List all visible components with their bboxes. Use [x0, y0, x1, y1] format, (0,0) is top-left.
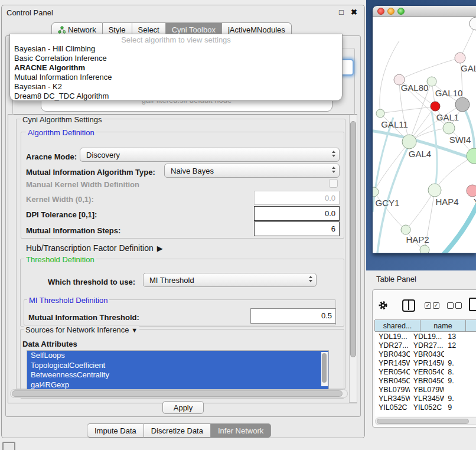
table-cell: YBL079W	[410, 385, 445, 394]
network-node[interactable]	[427, 77, 436, 86]
panel-title: Control Panel	[6, 8, 53, 17]
hub-section-label: Hub/Transcription Factor Definition	[26, 243, 154, 253]
table-panel-title: Table Panel	[376, 275, 416, 283]
network-node-label: GAL80	[401, 83, 429, 93]
data-attributes-list[interactable]: SelfLoopsTopologicalCoefficientBetweenne…	[27, 350, 329, 390]
mi-steps-input[interactable]: 6	[254, 221, 340, 236]
table-row[interactable]: YDR27...YDR27...12	[375, 341, 476, 350]
which-threshold-value: MI Threshold	[149, 276, 194, 285]
scrollbar-thumb[interactable]	[377, 419, 469, 424]
algorithm-dropdown-menu: Bayesian - Hill ClimbingBasic Correlatio…	[10, 44, 342, 101]
columns-icon[interactable]	[402, 299, 415, 312]
gear-icon[interactable]	[379, 301, 387, 310]
sources-group-title[interactable]: Sources for Network Inference ▼	[24, 325, 139, 334]
network-node[interactable]	[467, 148, 476, 164]
attr-items: SelfLoopsTopologicalCoefficientBetweenne…	[27, 351, 328, 390]
table-cell: 12	[444, 341, 476, 350]
data-attribute-item[interactable]: TopologicalCoefficient	[27, 361, 328, 371]
network-node[interactable]	[455, 53, 465, 63]
mi-steps-label: Mutual Information Steps:	[26, 226, 120, 235]
table-row[interactable]: YPR145WYPR145W9.	[375, 358, 476, 367]
table-row[interactable]: YLR345WYLR345W9.	[375, 394, 476, 403]
table-cell: YIL052C	[375, 403, 410, 412]
combo-arrows-icon	[332, 151, 335, 157]
network-node-label: GAL1	[436, 112, 459, 122]
table-row[interactable]: YIL052CYIL052C9	[375, 403, 476, 412]
algorithm-menu-item[interactable]: Dream8 DC_TDC Algorithm	[10, 92, 342, 101]
network-node[interactable]	[428, 184, 441, 197]
network-node[interactable]	[455, 97, 470, 112]
which-threshold-select[interactable]: MI Threshold	[143, 273, 317, 287]
network-node[interactable]	[470, 17, 476, 30]
data-attribute-item[interactable]: SelfLoops	[27, 351, 328, 361]
data-attributes-label: Data Attributes	[22, 340, 77, 348]
zoom-button[interactable]	[397, 8, 405, 15]
network-edge	[406, 190, 435, 230]
settings-horizontal-scrollbar[interactable]	[10, 389, 348, 398]
network-window-titlebar[interactable]	[373, 6, 476, 17]
network-node[interactable]	[376, 109, 384, 118]
network-node[interactable]	[431, 102, 440, 111]
network-node-label: Y	[474, 197, 476, 207]
table-row[interactable]: YBR045CYBR045C9.	[375, 376, 476, 385]
network-icon	[58, 26, 66, 34]
column-header[interactable]: A	[465, 320, 476, 331]
mi-threshold-group-title: MI Threshold Definition	[27, 296, 109, 305]
close-icon[interactable]: ✖	[351, 8, 357, 17]
deselect-all-checks-icon[interactable]	[447, 302, 462, 309]
mi-type-select[interactable]: Naive Bayes	[164, 164, 340, 178]
algorithm-menu-item[interactable]: Bayesian - Hill Climbing	[10, 44, 342, 54]
network-view-window[interactable]: GAL8GAL80GAL10GAL1GAL11SWI4GAL4GCY1HAP4Y…	[373, 6, 476, 253]
network-node[interactable]	[420, 245, 429, 253]
algorithm-menu-item[interactable]: ARACNE Algorithm	[10, 63, 342, 73]
network-node[interactable]	[402, 135, 416, 149]
kernel-width-input[interactable]: 0.0	[254, 191, 340, 205]
document-icon[interactable]	[469, 298, 476, 311]
network-canvas-wrap[interactable]: GAL8GAL80GAL10GAL1GAL11SWI4GAL4GCY1HAP4Y…	[373, 17, 476, 253]
scrollbar-thumb[interactable]	[12, 390, 343, 397]
dpi-tolerance-input[interactable]: 0.0	[254, 206, 340, 221]
table-row[interactable]: YDL19...YDL19...13	[375, 332, 476, 341]
algorithm-menu-item[interactable]: Bayesian - K2	[10, 82, 342, 92]
threshold-definition-title: Threshold Definition	[24, 255, 96, 264]
algorithm-menu-item[interactable]: Basic Correlation Inference	[10, 54, 342, 63]
network-node[interactable]	[401, 225, 410, 234]
algorithm-menu-item[interactable]: Mutual Information Inference	[10, 73, 342, 82]
expand-arrow-icon[interactable]: ▶	[157, 244, 163, 253]
hub-section-toggle[interactable]: Hub/Transcription Factor Definition▶	[26, 243, 163, 253]
minimize-button[interactable]	[387, 8, 395, 15]
table-row[interactable]: YBR043CYBR043C	[375, 350, 476, 358]
network-node[interactable]	[467, 185, 476, 197]
table-cell: YBR043C	[410, 350, 445, 358]
close-button[interactable]	[377, 8, 384, 15]
mi-threshold-input[interactable]: 0.5	[250, 308, 336, 324]
dropdown-placeholder: Select algorithm to view settings	[10, 34, 342, 44]
list-scrollbar[interactable]	[321, 352, 328, 386]
data-attribute-item[interactable]: gal4RGexp	[27, 380, 328, 390]
settings-group-title: Cyni Algorithm Settings	[21, 115, 103, 124]
table-row[interactable]: YER054CYER054C8.	[375, 367, 476, 376]
network-node[interactable]	[443, 122, 455, 134]
scrollbar-thumb[interactable]	[350, 121, 356, 357]
float-window-icon[interactable]: □	[339, 8, 344, 17]
network-canvas[interactable]: GAL8GAL80GAL10GAL1GAL11SWI4GAL4GCY1HAP4Y…	[373, 17, 476, 253]
tab-discretize-data[interactable]: Discretize Data	[144, 423, 211, 438]
aracne-mode-select[interactable]: Discovery	[80, 148, 340, 162]
column-header[interactable]: name	[420, 320, 466, 331]
settings-vertical-scrollbar[interactable]	[349, 115, 357, 403]
select-all-checks-icon[interactable]: ✓✓	[425, 302, 439, 309]
network-node[interactable]	[373, 187, 379, 197]
collapse-arrow-icon[interactable]: ▼	[131, 327, 138, 334]
table-horizontal-scrollbar[interactable]	[375, 418, 476, 425]
data-attribute-item[interactable]: BetweennessCentrality	[27, 370, 328, 380]
corner-app-icon[interactable]	[2, 442, 15, 450]
table-row[interactable]: YBL079WYBL079W	[375, 385, 476, 394]
tab-infer-network[interactable]: Infer Network	[211, 423, 271, 438]
column-header[interactable]: shared...	[374, 320, 420, 331]
tab-impute-data[interactable]: Impute Data	[87, 423, 144, 438]
apply-button[interactable]: Apply	[162, 401, 204, 414]
manual-kernel-checkbox[interactable]	[329, 179, 338, 188]
combo-arrows-icon	[332, 167, 335, 173]
manual-kernel-label: Manual Kernel Width Definition	[26, 180, 139, 189]
algorithm-dropdown-popup: Select algorithm to view settings Bayesi…	[9, 34, 343, 101]
